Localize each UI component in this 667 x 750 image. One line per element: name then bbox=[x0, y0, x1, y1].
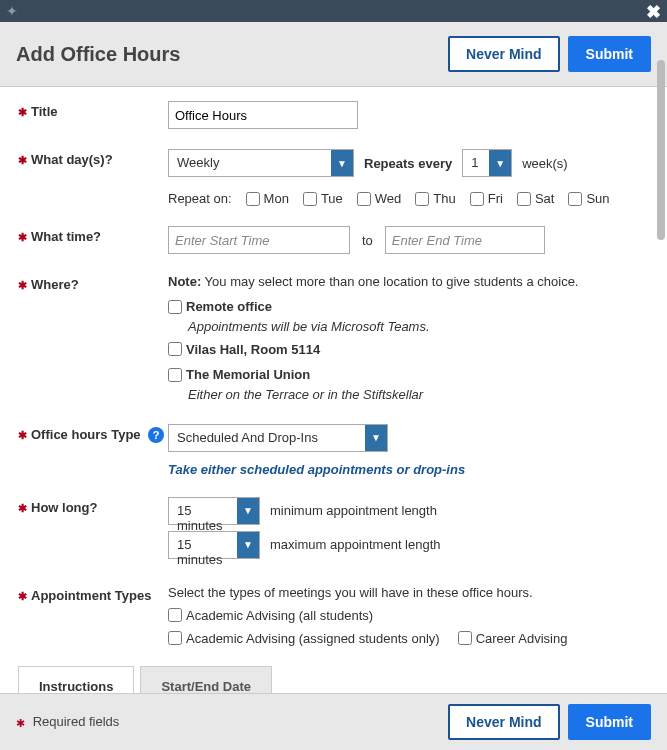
required-icon: ✱ bbox=[18, 590, 27, 602]
tab-instructions[interactable]: Instructions bbox=[18, 666, 134, 696]
time-label: What time? bbox=[31, 229, 101, 244]
day-sat-checkbox[interactable]: Sat bbox=[517, 191, 555, 206]
min-length-select[interactable]: 15 minutes ▼ bbox=[168, 497, 260, 525]
location-vilas-checkbox[interactable]: Vilas Hall, Room 5114 bbox=[168, 342, 320, 357]
chevron-down-icon: ▼ bbox=[489, 150, 511, 176]
appt-types-note: Select the types of meetings you will ha… bbox=[168, 585, 649, 600]
day-fri-checkbox[interactable]: Fri bbox=[470, 191, 503, 206]
scrollbar[interactable] bbox=[657, 60, 665, 700]
chevron-down-icon: ▼ bbox=[237, 532, 259, 558]
required-icon: ✱ bbox=[18, 106, 27, 118]
max-length-label: maximum appointment length bbox=[270, 537, 441, 552]
day-thu-checkbox[interactable]: Thu bbox=[415, 191, 455, 206]
required-fields-label: Required fields bbox=[33, 714, 120, 729]
min-length-label: minimum appointment length bbox=[270, 503, 437, 518]
chevron-down-icon: ▼ bbox=[365, 425, 387, 451]
help-icon[interactable]: ? bbox=[148, 427, 164, 443]
form-content: ✱Title ✱What day(s)? Weekly ▼ Repeats ev… bbox=[0, 87, 667, 695]
dialog-title: Add Office Hours bbox=[16, 43, 180, 66]
min-length-value: 15 minutes bbox=[169, 498, 237, 524]
required-icon: ✱ bbox=[18, 154, 27, 166]
repeats-every-label: Repeats every bbox=[364, 156, 452, 171]
dialog-footer: ✱ Required fields Never Mind Submit bbox=[0, 693, 667, 750]
location-union-desc: Either on the Terrace or in the Stiftske… bbox=[188, 387, 649, 402]
required-icon: ✱ bbox=[18, 502, 27, 514]
window-titlebar: ✦ ✖ bbox=[0, 0, 667, 22]
day-sun-checkbox[interactable]: Sun bbox=[568, 191, 609, 206]
repeat-count-value: 1 bbox=[463, 150, 489, 176]
type-label: Office hours Type bbox=[31, 427, 141, 442]
end-time-input[interactable] bbox=[385, 226, 545, 254]
location-union-checkbox[interactable]: The Memorial Union bbox=[168, 367, 310, 382]
day-wed-checkbox[interactable]: Wed bbox=[357, 191, 402, 206]
where-note: Note: You may select more than one locat… bbox=[168, 274, 649, 289]
required-icon: ✱ bbox=[18, 231, 27, 243]
submit-button[interactable]: Submit bbox=[568, 36, 651, 72]
day-tue-checkbox[interactable]: Tue bbox=[303, 191, 343, 206]
howlong-label: How long? bbox=[31, 500, 97, 515]
appt-types-label: Appointment Types bbox=[31, 588, 151, 603]
location-remote-checkbox[interactable]: Remote office bbox=[168, 299, 272, 314]
office-hours-type-select[interactable]: Scheduled And Drop-Ins ▼ bbox=[168, 424, 388, 452]
appt-type-all-checkbox[interactable]: Academic Advising (all students) bbox=[168, 608, 373, 623]
appt-type-career-checkbox[interactable]: Career Advising bbox=[458, 631, 568, 646]
dialog-header: Add Office Hours Never Mind Submit bbox=[0, 22, 667, 87]
days-label: What day(s)? bbox=[31, 152, 113, 167]
where-label: Where? bbox=[31, 277, 79, 292]
max-length-select[interactable]: 15 minutes ▼ bbox=[168, 531, 260, 559]
submit-button-footer[interactable]: Submit bbox=[568, 704, 651, 740]
repeat-on-label: Repeat on: bbox=[168, 191, 232, 206]
type-hint: Take either scheduled appointments or dr… bbox=[168, 462, 649, 477]
start-time-input[interactable] bbox=[168, 226, 350, 254]
location-remote-desc: Appointments will be via Microsoft Teams… bbox=[188, 319, 649, 334]
nevermind-button[interactable]: Never Mind bbox=[448, 36, 559, 72]
chevron-down-icon: ▼ bbox=[237, 498, 259, 524]
required-icon: ✱ bbox=[16, 717, 25, 729]
frequency-value: Weekly bbox=[169, 150, 331, 176]
weeks-suffix-label: week(s) bbox=[522, 156, 568, 171]
repeat-count-select[interactable]: 1 ▼ bbox=[462, 149, 512, 177]
required-icon: ✱ bbox=[18, 429, 27, 441]
title-input[interactable] bbox=[168, 101, 358, 129]
close-icon[interactable]: ✖ bbox=[646, 1, 661, 23]
to-label: to bbox=[362, 233, 373, 248]
star-icon: ✦ bbox=[6, 3, 18, 19]
nevermind-button-footer[interactable]: Never Mind bbox=[448, 704, 559, 740]
tab-start-end-date[interactable]: Start/End Date bbox=[140, 666, 272, 696]
tabs: Instructions Start/End Date bbox=[18, 666, 649, 696]
max-length-value: 15 minutes bbox=[169, 532, 237, 558]
appt-type-assigned-checkbox[interactable]: Academic Advising (assigned students onl… bbox=[168, 631, 440, 646]
scrollbar-thumb[interactable] bbox=[657, 60, 665, 240]
chevron-down-icon: ▼ bbox=[331, 150, 353, 176]
frequency-select[interactable]: Weekly ▼ bbox=[168, 149, 354, 177]
office-hours-type-value: Scheduled And Drop-Ins bbox=[169, 425, 365, 451]
title-label: Title bbox=[31, 104, 58, 119]
required-icon: ✱ bbox=[18, 279, 27, 291]
day-mon-checkbox[interactable]: Mon bbox=[246, 191, 289, 206]
